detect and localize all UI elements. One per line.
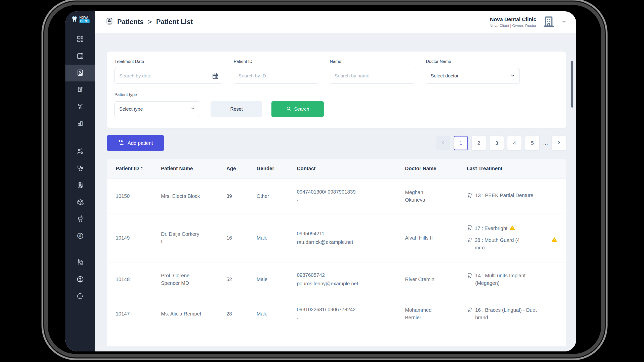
pagination-page-2[interactable]: 2 xyxy=(472,136,486,150)
sidebar-item-patients[interactable] xyxy=(65,65,95,81)
sidebar-item-clinic[interactable] xyxy=(65,254,95,271)
top-header: Patients > Patient List Nova Dental Clin… xyxy=(95,11,576,33)
cell-patient-name: Mrs. Electa Block xyxy=(161,192,201,200)
cell-contact: 0995094211 rau.darrick@example.net xyxy=(297,230,405,246)
column-last-treatment: Last Treatment xyxy=(467,166,557,171)
table-header-row: Patient ID Patient Name Age Gender Conta… xyxy=(107,159,566,179)
app-screen: NOVA DENT $ xyxy=(65,11,576,351)
patient-id-input[interactable] xyxy=(234,68,319,83)
warning-icon xyxy=(551,237,557,245)
sidebar-item-purchases[interactable] xyxy=(65,211,95,228)
name-search-input[interactable] xyxy=(330,68,415,83)
sidebar-item-dashboard[interactable] xyxy=(65,31,95,48)
stethoscope-icon xyxy=(76,165,84,173)
cell-patient-id: 10150 xyxy=(116,192,161,200)
sidebar-item-profile[interactable] xyxy=(65,271,95,288)
sidebar-item-doctors[interactable] xyxy=(65,160,95,177)
cell-contact: 0947401300/ 0987901839 - xyxy=(297,188,405,204)
search-icon xyxy=(286,106,292,113)
vertical-scrollbar-thumb[interactable] xyxy=(571,61,573,108)
bar-chart-icon xyxy=(76,119,84,128)
sidebar-item-referrals[interactable] xyxy=(65,98,95,115)
cell-age: 16 xyxy=(226,234,257,242)
tooth-icon xyxy=(467,307,473,315)
tooth-logo-icon xyxy=(71,15,78,24)
cell-doctor: River Cremin xyxy=(405,276,444,283)
logout-icon xyxy=(76,292,84,301)
cell-gender: Male xyxy=(257,310,297,318)
cell-patient-name: Dr. Daija Corkery I xyxy=(161,230,201,245)
treatment-date-input[interactable] xyxy=(115,68,223,83)
pagination-page-1[interactable]: 1 xyxy=(454,136,468,150)
sidebar: NOVA DENT $ xyxy=(65,11,95,351)
tooth-icon xyxy=(467,273,473,281)
chevron-down-icon xyxy=(510,73,515,79)
clipboard-pill-icon xyxy=(76,182,84,190)
chevron-down-icon[interactable] xyxy=(561,19,567,26)
tablet-bezel: NOVA DENT $ xyxy=(48,5,601,354)
search-button[interactable]: Search xyxy=(271,101,324,117)
breadcrumb-section[interactable]: Patients xyxy=(117,18,144,26)
dollar-circle-icon: $ xyxy=(76,232,84,241)
clinic-name: Nova Dental Clinic xyxy=(490,16,536,22)
cell-doctor: Mohammed Bernier xyxy=(405,306,444,321)
cell-last-treatment: 16 : Braces (Lingual) - Duet brand xyxy=(467,306,557,321)
patient-card-breadcrumb-icon xyxy=(105,17,113,27)
table-row xyxy=(107,331,566,346)
package-edit-icon xyxy=(76,198,84,207)
cell-last-treatment: 17 : Everbright 28 : Mouth Guard (4 mm) xyxy=(467,224,557,251)
patient-type-value: Select type xyxy=(119,106,143,112)
calendar-icon xyxy=(76,52,84,61)
doctor-select[interactable]: Select doctor xyxy=(426,68,520,84)
column-patient-id[interactable]: Patient ID xyxy=(116,166,161,171)
table-row[interactable]: 10149 Dr. Daija Corkery I 16 Male 099509… xyxy=(107,213,566,262)
breadcrumb: Patients > Patient List xyxy=(105,17,193,27)
column-patient-name: Patient Name xyxy=(161,166,226,171)
clinic-subtitle: Nova Client | Owner, Doctor xyxy=(490,23,536,28)
sidebar-item-finance[interactable]: $ xyxy=(65,228,95,245)
cart-arrow-icon xyxy=(76,215,84,224)
pagination-page-5[interactable]: 5 xyxy=(525,136,539,150)
sidebar-item-prescriptions[interactable] xyxy=(65,177,95,194)
cell-contact: 0987605742 pouros.lenny@example.net xyxy=(297,271,405,287)
patient-type-label: Patient type xyxy=(114,92,200,97)
main-content: Treatment Date Patient ID Name xyxy=(95,33,576,351)
column-doctor-name: Doctor Name xyxy=(405,166,467,171)
pagination-next-button[interactable] xyxy=(552,136,566,150)
pagination-prev-button[interactable] xyxy=(436,136,450,150)
cell-last-treatment: 13 : PEEK Partial Denture xyxy=(467,192,557,200)
cell-patient-id: 10148 xyxy=(116,276,161,283)
calendar-icon[interactable] xyxy=(212,73,219,81)
cell-age: 39 xyxy=(226,192,257,200)
table-row[interactable]: 10148 Prof. Corene Spencer MD 52 Male 09… xyxy=(107,262,566,296)
tooth-icon xyxy=(467,237,473,245)
sidebar-item-appointments[interactable] xyxy=(65,48,95,65)
sidebar-divider xyxy=(73,250,88,250)
pagination-page-3[interactable]: 3 xyxy=(490,136,504,150)
patient-table: Patient ID Patient Name Age Gender Conta… xyxy=(107,159,566,346)
reset-button[interactable]: Reset xyxy=(211,101,262,117)
users-gear-icon xyxy=(76,148,84,156)
tooth-icon xyxy=(467,192,473,200)
clinic-building-icon xyxy=(76,259,84,267)
clinic-switcher[interactable]: Nova Dental Clinic Nova Client | Owner, … xyxy=(490,15,567,29)
sidebar-item-billing[interactable]: $ xyxy=(65,81,95,98)
page-title: Patient List xyxy=(156,18,193,26)
add-patient-button[interactable]: Add patient xyxy=(107,135,164,151)
treatment-date-field xyxy=(114,68,223,84)
sidebar-item-logout[interactable] xyxy=(65,288,95,305)
cell-doctor: Meghan Okuneva xyxy=(405,189,444,204)
sidebar-item-staff[interactable] xyxy=(65,144,95,160)
table-row[interactable]: 10147 Ms. Alicia Rempel 28 Male 09310226… xyxy=(107,296,566,331)
sidebar-item-reports[interactable] xyxy=(65,115,95,132)
user-profile-icon xyxy=(76,276,84,284)
pagination-page-4[interactable]: 4 xyxy=(507,136,521,150)
cell-doctor: Alvah Hills II xyxy=(405,234,444,242)
cell-gender: Male xyxy=(257,234,297,242)
app-logo: NOVA DENT xyxy=(71,15,90,24)
table-row[interactable]: 10150 Mrs. Electa Block 39 Other 0947401… xyxy=(107,179,566,213)
treatment-date-label: Treatment Date xyxy=(114,59,223,64)
patient-type-select[interactable]: Select type xyxy=(114,101,200,117)
sidebar-item-inventory[interactable] xyxy=(65,194,95,211)
breadcrumb-separator: > xyxy=(147,18,152,26)
